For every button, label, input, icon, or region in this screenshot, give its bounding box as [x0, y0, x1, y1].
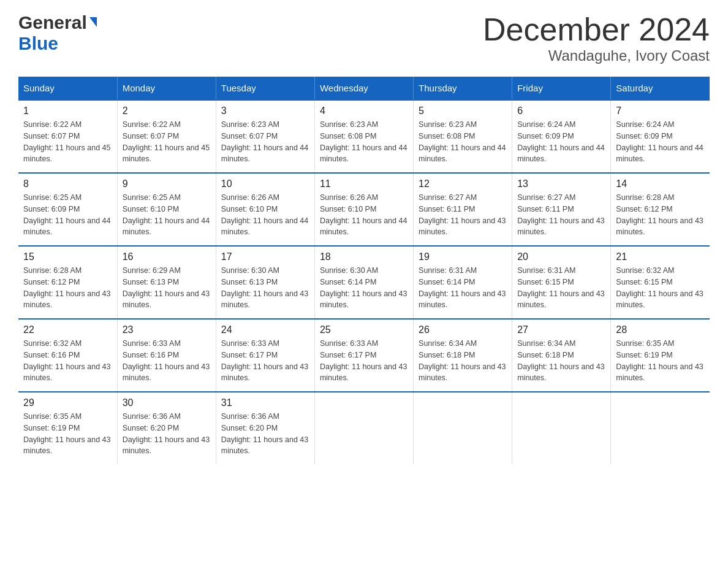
day-number: 8 — [23, 178, 112, 190]
day-number: 27 — [517, 324, 605, 335]
day-info: Sunrise: 6:26 AMSunset: 6:10 PMDaylight:… — [320, 192, 408, 238]
day-number: 19 — [419, 251, 507, 262]
day-info: Sunrise: 6:27 AMSunset: 6:11 PMDaylight:… — [419, 192, 507, 238]
day-info: Sunrise: 6:26 AMSunset: 6:10 PMDaylight:… — [221, 192, 309, 238]
day-number: 29 — [23, 397, 112, 408]
day-number: 5 — [419, 105, 507, 117]
calendar-cell: 27 Sunrise: 6:34 AMSunset: 6:18 PMDaylig… — [512, 319, 611, 392]
day-number: 26 — [419, 324, 507, 335]
logo: General Blue — [18, 12, 97, 54]
day-info: Sunrise: 6:23 AMSunset: 6:08 PMDaylight:… — [419, 119, 507, 165]
day-info: Sunrise: 6:36 AMSunset: 6:20 PMDaylight:… — [123, 411, 211, 457]
day-info: Sunrise: 6:25 AMSunset: 6:10 PMDaylight:… — [123, 192, 211, 238]
header-friday: Friday — [512, 77, 611, 100]
calendar-cell: 24 Sunrise: 6:33 AMSunset: 6:17 PMDaylig… — [216, 319, 314, 392]
day-number: 28 — [616, 324, 705, 335]
day-info: Sunrise: 6:27 AMSunset: 6:11 PMDaylight:… — [517, 192, 605, 238]
day-info: Sunrise: 6:31 AMSunset: 6:15 PMDaylight:… — [517, 265, 605, 311]
calendar-cell: 4 Sunrise: 6:23 AMSunset: 6:08 PMDayligh… — [314, 100, 413, 173]
day-number: 7 — [616, 105, 705, 117]
calendar-week-5: 29 Sunrise: 6:35 AMSunset: 6:19 PMDaylig… — [18, 392, 710, 464]
day-number: 15 — [23, 251, 112, 262]
calendar-cell: 22 Sunrise: 6:32 AMSunset: 6:16 PMDaylig… — [18, 319, 117, 392]
calendar-week-2: 8 Sunrise: 6:25 AMSunset: 6:09 PMDayligh… — [18, 173, 710, 246]
day-number: 21 — [616, 251, 705, 262]
calendar-header: SundayMondayTuesdayWednesdayThursdayFrid… — [18, 77, 710, 100]
day-number: 12 — [419, 178, 507, 190]
day-info: Sunrise: 6:24 AMSunset: 6:09 PMDaylight:… — [517, 119, 605, 165]
logo-blue-text: Blue — [18, 33, 58, 54]
calendar-cell: 10 Sunrise: 6:26 AMSunset: 6:10 PMDaylig… — [216, 173, 314, 246]
calendar-cell: 25 Sunrise: 6:33 AMSunset: 6:17 PMDaylig… — [314, 319, 413, 392]
day-number: 17 — [221, 251, 309, 262]
day-info: Sunrise: 6:32 AMSunset: 6:15 PMDaylight:… — [616, 265, 705, 311]
calendar-cell: 18 Sunrise: 6:30 AMSunset: 6:14 PMDaylig… — [314, 246, 413, 319]
day-info: Sunrise: 6:33 AMSunset: 6:17 PMDaylight:… — [221, 338, 309, 384]
day-info: Sunrise: 6:22 AMSunset: 6:07 PMDaylight:… — [23, 119, 112, 165]
calendar-week-1: 1 Sunrise: 6:22 AMSunset: 6:07 PMDayligh… — [18, 100, 710, 173]
day-info: Sunrise: 6:29 AMSunset: 6:13 PMDaylight:… — [123, 265, 211, 311]
day-number: 30 — [123, 397, 211, 408]
day-number: 16 — [123, 251, 211, 262]
day-info: Sunrise: 6:32 AMSunset: 6:16 PMDaylight:… — [23, 338, 112, 384]
day-number: 3 — [221, 105, 309, 117]
day-number: 25 — [320, 324, 408, 335]
day-info: Sunrise: 6:36 AMSunset: 6:20 PMDaylight:… — [221, 411, 309, 457]
calendar-cell — [611, 392, 710, 464]
calendar-cell: 21 Sunrise: 6:32 AMSunset: 6:15 PMDaylig… — [611, 246, 710, 319]
day-info: Sunrise: 6:33 AMSunset: 6:16 PMDaylight:… — [123, 338, 211, 384]
calendar-body: 1 Sunrise: 6:22 AMSunset: 6:07 PMDayligh… — [18, 100, 710, 464]
calendar-cell: 11 Sunrise: 6:26 AMSunset: 6:10 PMDaylig… — [314, 173, 413, 246]
day-info: Sunrise: 6:30 AMSunset: 6:13 PMDaylight:… — [221, 265, 309, 311]
calendar-cell — [512, 392, 611, 464]
day-number: 18 — [320, 251, 408, 262]
day-number: 9 — [123, 178, 211, 190]
calendar-cell: 3 Sunrise: 6:23 AMSunset: 6:07 PMDayligh… — [216, 100, 314, 173]
day-info: Sunrise: 6:34 AMSunset: 6:18 PMDaylight:… — [419, 338, 507, 384]
day-number: 22 — [23, 324, 112, 335]
day-info: Sunrise: 6:33 AMSunset: 6:17 PMDaylight:… — [320, 338, 408, 384]
calendar-cell: 13 Sunrise: 6:27 AMSunset: 6:11 PMDaylig… — [512, 173, 611, 246]
calendar-cell: 1 Sunrise: 6:22 AMSunset: 6:07 PMDayligh… — [18, 100, 117, 173]
logo-general-text: General — [18, 12, 87, 33]
day-number: 1 — [23, 105, 112, 117]
calendar-cell: 2 Sunrise: 6:22 AMSunset: 6:07 PMDayligh… — [117, 100, 216, 173]
day-info: Sunrise: 6:28 AMSunset: 6:12 PMDaylight:… — [23, 265, 112, 311]
calendar-week-3: 15 Sunrise: 6:28 AMSunset: 6:12 PMDaylig… — [18, 246, 710, 319]
title-area: December 2024 Wandaguhe, Ivory Coast — [483, 12, 710, 64]
calendar-cell: 8 Sunrise: 6:25 AMSunset: 6:09 PMDayligh… — [18, 173, 117, 246]
month-title: December 2024 — [483, 12, 710, 47]
day-info: Sunrise: 6:35 AMSunset: 6:19 PMDaylight:… — [23, 411, 112, 457]
day-info: Sunrise: 6:30 AMSunset: 6:14 PMDaylight:… — [320, 265, 408, 311]
calendar-cell: 14 Sunrise: 6:28 AMSunset: 6:12 PMDaylig… — [611, 173, 710, 246]
calendar-cell: 28 Sunrise: 6:35 AMSunset: 6:19 PMDaylig… — [611, 319, 710, 392]
calendar-cell: 6 Sunrise: 6:24 AMSunset: 6:09 PMDayligh… — [512, 100, 611, 173]
day-info: Sunrise: 6:35 AMSunset: 6:19 PMDaylight:… — [616, 338, 705, 384]
location-title: Wandaguhe, Ivory Coast — [483, 47, 710, 64]
day-number: 13 — [517, 178, 605, 190]
calendar-cell: 19 Sunrise: 6:31 AMSunset: 6:14 PMDaylig… — [414, 246, 512, 319]
day-number: 20 — [517, 251, 605, 262]
calendar-cell: 26 Sunrise: 6:34 AMSunset: 6:18 PMDaylig… — [414, 319, 512, 392]
calendar-cell: 9 Sunrise: 6:25 AMSunset: 6:10 PMDayligh… — [117, 173, 216, 246]
calendar-cell — [414, 392, 512, 464]
day-info: Sunrise: 6:23 AMSunset: 6:08 PMDaylight:… — [320, 119, 408, 165]
day-number: 24 — [221, 324, 309, 335]
day-info: Sunrise: 6:23 AMSunset: 6:07 PMDaylight:… — [221, 119, 309, 165]
day-info: Sunrise: 6:31 AMSunset: 6:14 PMDaylight:… — [419, 265, 507, 311]
calendar-cell: 23 Sunrise: 6:33 AMSunset: 6:16 PMDaylig… — [117, 319, 216, 392]
header-tuesday: Tuesday — [216, 77, 314, 100]
day-number: 6 — [517, 105, 605, 117]
day-info: Sunrise: 6:24 AMSunset: 6:09 PMDaylight:… — [616, 119, 705, 165]
day-number: 31 — [221, 397, 309, 408]
page-header: General Blue December 2024 Wandaguhe, Iv… — [18, 12, 710, 64]
calendar-table: SundayMondayTuesdayWednesdayThursdayFrid… — [18, 77, 710, 464]
day-number: 2 — [123, 105, 211, 117]
calendar-week-4: 22 Sunrise: 6:32 AMSunset: 6:16 PMDaylig… — [18, 319, 710, 392]
day-number: 23 — [123, 324, 211, 335]
day-info: Sunrise: 6:28 AMSunset: 6:12 PMDaylight:… — [616, 192, 705, 238]
calendar-cell: 29 Sunrise: 6:35 AMSunset: 6:19 PMDaylig… — [18, 392, 117, 464]
calendar-cell: 12 Sunrise: 6:27 AMSunset: 6:11 PMDaylig… — [414, 173, 512, 246]
day-number: 10 — [221, 178, 309, 190]
calendar-cell: 17 Sunrise: 6:30 AMSunset: 6:13 PMDaylig… — [216, 246, 314, 319]
